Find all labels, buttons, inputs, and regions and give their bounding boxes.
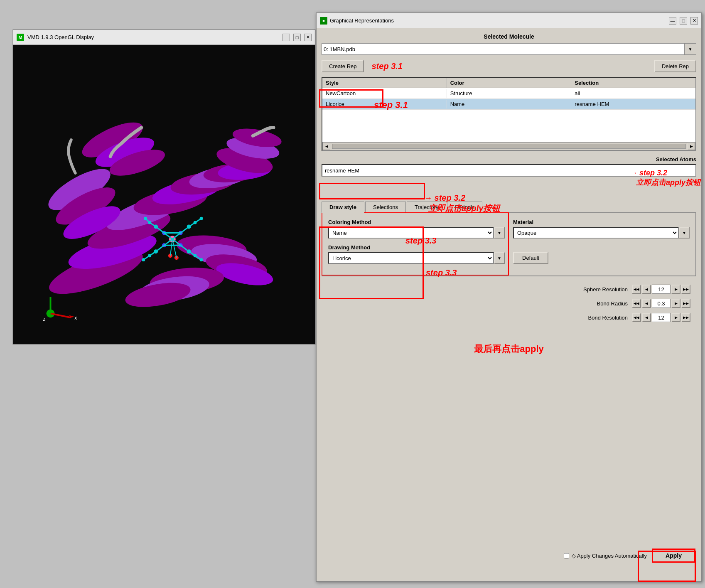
final-apply-text: 最后再点击apply xyxy=(474,344,543,354)
repr-buttons-row: Create Rep step 3.1 Delete Rep xyxy=(322,60,696,72)
molecule-select[interactable]: 0: 1MBN.pdb xyxy=(322,43,685,55)
bond-res-dec[interactable]: ◀ xyxy=(642,313,651,322)
svg-point-60 xyxy=(148,254,151,257)
apply-auto-text: ◇ Apply Changes Automatically xyxy=(572,553,647,559)
molecule-dropdown-row: 0: 1MBN.pdb ▼ xyxy=(322,43,696,55)
vmd-titlebar: M VMD 1.9.3 OpenGL Display — □ ✕ xyxy=(13,30,315,45)
tab-draw-style[interactable]: Draw style xyxy=(322,202,364,213)
bond-resolution-stepper: ◀◀ ◀ 12 ▶ ▶▶ xyxy=(632,313,690,322)
table-row[interactable]: NewCartoon Structure all xyxy=(322,88,695,99)
drawing-method-row: Drawing Method Licorice ▼ Default xyxy=(328,244,690,264)
svg-point-61 xyxy=(142,258,145,261)
repr-table-scrollbar[interactable]: ◀ ▶ xyxy=(322,142,695,150)
delete-rep-button[interactable]: Delete Rep xyxy=(654,60,696,72)
sphere-resolution-row: Sphere Resolution ◀◀ ◀ 12 ▶ ▶▶ xyxy=(327,285,690,294)
vmd-opengl-window: M VMD 1.9.3 OpenGL Display — □ ✕ xyxy=(12,29,316,345)
col-style-header: Style xyxy=(322,78,447,88)
sphere-resolution-stepper: ◀◀ ◀ 12 ▶ ▶▶ xyxy=(632,285,690,294)
bond-radius-stepper: ◀◀ ◀ 0.3 ▶ ▶▶ xyxy=(632,299,690,308)
svg-text:z: z xyxy=(43,316,46,322)
scroll-track[interactable] xyxy=(332,144,686,149)
drawing-method-select[interactable]: Licorice xyxy=(328,252,494,264)
bond-radius-row: Bond Radius ◀◀ ◀ 0.3 ▶ ▶▶ xyxy=(327,299,690,308)
coloring-method-arrow[interactable]: ▼ xyxy=(494,227,505,239)
material-arrow[interactable]: ▼ xyxy=(679,227,690,239)
coloring-method-group: Coloring Method Name ▼ xyxy=(328,219,505,239)
sphere-res-inc[interactable]: ▶ xyxy=(671,285,680,294)
gr-titlebar: ■ Graphical Representations — □ ✕ xyxy=(317,13,701,28)
vmd-maximize-btn[interactable]: □ xyxy=(293,34,301,41)
vmd-icon: M xyxy=(17,34,24,41)
repr-table-header: Style Color Selection xyxy=(322,78,695,88)
selected-molecule-label: Selected Molecule xyxy=(322,33,696,40)
svg-point-52 xyxy=(194,221,197,224)
selected-atoms-section: Selected Atoms → step 3.2 立即点击apply按钮 xyxy=(322,156,696,177)
bond-res-inc[interactable]: ▶ xyxy=(671,313,680,322)
material-label: Material xyxy=(513,219,690,225)
coloring-method-label: Coloring Method xyxy=(328,219,505,225)
molecule-dropdown-arrow[interactable]: ▼ xyxy=(685,43,696,55)
resolution-section: Sphere Resolution ◀◀ ◀ 12 ▶ ▶▶ Bond Radi… xyxy=(322,285,696,322)
gr-close-btn[interactable]: ✕ xyxy=(690,17,698,25)
selected-atoms-label: Selected Atoms xyxy=(322,156,696,162)
svg-text:x: x xyxy=(74,315,77,321)
bond-radius-value: 0.3 xyxy=(652,299,671,308)
tab-trajectory[interactable]: Trajectory xyxy=(407,202,446,212)
bond-radius-inc-fast[interactable]: ▶▶ xyxy=(681,299,690,308)
drawing-method-arrow[interactable]: ▼ xyxy=(494,252,505,264)
repr-table-container: Style Color Selection NewCartoon Structu… xyxy=(322,77,696,151)
gr-body: Selected Molecule 0: 1MBN.pdb ▼ Create R… xyxy=(317,28,701,581)
bond-res-inc-fast[interactable]: ▶▶ xyxy=(681,313,690,322)
svg-point-53 xyxy=(200,217,203,220)
gr-icon: ■ xyxy=(320,17,327,25)
apply-auto-checkbox[interactable] xyxy=(564,553,569,558)
row0-style: NewCartoon xyxy=(322,89,447,98)
step32-annotation: → step 3.2 立即点击apply按钮 xyxy=(630,169,700,187)
row1-color: Name xyxy=(447,100,572,108)
tab-selections[interactable]: Selections xyxy=(365,202,406,212)
gr-minimize-btn[interactable]: — xyxy=(669,17,676,25)
draw-style-section: Coloring Method Name ▼ Material Opaque xyxy=(322,213,696,276)
svg-point-49 xyxy=(144,217,147,220)
row0-selection: all xyxy=(571,89,695,98)
scroll-left-btn[interactable]: ◀ xyxy=(323,143,330,150)
repr-table-body[interactable]: NewCartoon Structure all Licorice Name r… xyxy=(322,88,695,142)
vmd-minimize-btn[interactable]: — xyxy=(282,34,290,41)
bond-res-dec-fast[interactable]: ◀◀ xyxy=(632,313,641,322)
col-color-header: Color xyxy=(447,78,572,88)
material-select[interactable]: Opaque xyxy=(513,227,679,239)
drawing-method-select-row: Licorice ▼ xyxy=(328,252,505,264)
gr-maximize-btn[interactable]: □ xyxy=(680,17,687,25)
gr-win-controls: — □ ✕ xyxy=(669,17,698,25)
vmd-canvas: z x xyxy=(13,45,315,344)
style-options-row: Coloring Method Name ▼ Material Opaque xyxy=(328,219,690,239)
sphere-res-dec[interactable]: ◀ xyxy=(642,285,651,294)
bond-resolution-label: Bond Resolution xyxy=(561,315,628,321)
vmd-win-controls: — □ ✕ xyxy=(282,34,312,41)
bond-radius-dec[interactable]: ◀ xyxy=(642,299,651,308)
sphere-res-inc-fast[interactable]: ▶▶ xyxy=(681,285,690,294)
default-button[interactable]: Default xyxy=(513,252,548,264)
bond-radius-label: Bond Radius xyxy=(561,300,628,307)
material-group: Material Opaque ▼ xyxy=(513,219,690,239)
sphere-resolution-value: 12 xyxy=(652,285,671,294)
material-select-row: Opaque ▼ xyxy=(513,227,690,239)
table-row[interactable]: Licorice Name resname HEM xyxy=(322,99,695,110)
svg-point-48 xyxy=(148,221,151,224)
step31-annotation: step 3.1 xyxy=(371,62,402,71)
tab-periodic[interactable]: Periodic xyxy=(447,202,482,212)
final-apply-annotation: 最后再点击apply xyxy=(322,343,696,355)
scroll-right-btn[interactable]: ▶ xyxy=(688,143,695,150)
step33-annotation: step 3.3 xyxy=(405,236,436,246)
col-selection-header: Selection xyxy=(571,78,695,88)
create-rep-button[interactable]: Create Rep xyxy=(322,60,364,72)
apply-button[interactable]: Apply xyxy=(652,549,695,563)
apply-auto-label[interactable]: ◇ Apply Changes Automatically xyxy=(564,553,647,559)
bond-radius-inc[interactable]: ▶ xyxy=(671,299,680,308)
vmd-close-btn[interactable]: ✕ xyxy=(304,34,312,41)
sphere-res-dec-fast[interactable]: ◀◀ xyxy=(632,285,641,294)
sphere-resolution-label: Sphere Resolution xyxy=(561,286,628,293)
vmd-window-title: VMD 1.9.3 OpenGL Display xyxy=(27,34,282,40)
bond-radius-dec-fast[interactable]: ◀◀ xyxy=(632,299,641,308)
bond-resolution-row: Bond Resolution ◀◀ ◀ 12 ▶ ▶▶ xyxy=(327,313,690,322)
